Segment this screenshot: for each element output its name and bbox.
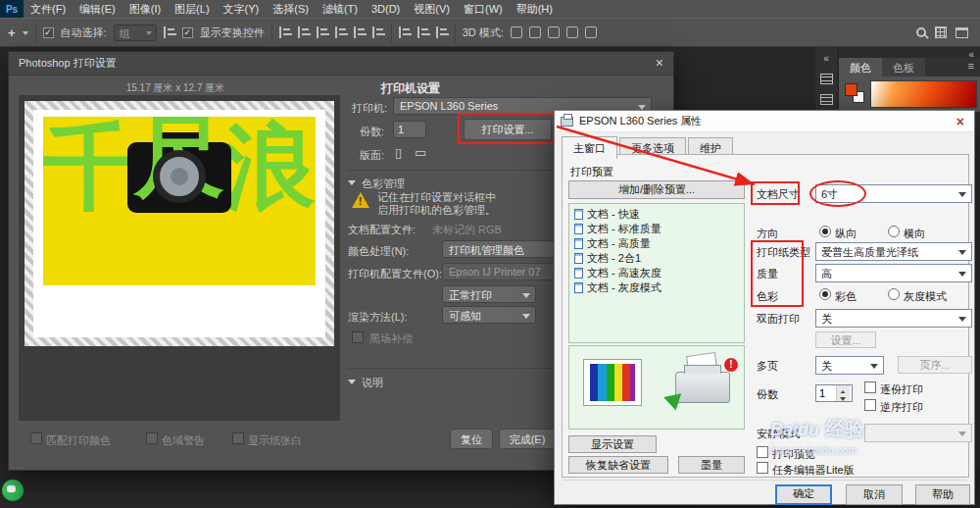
menu-file[interactable]: 文件(F)	[24, 0, 73, 18]
paper-type-dropdown[interactable]: 爱普生高质量光泽纸	[815, 242, 972, 261]
3d-mode-icon[interactable]	[548, 26, 560, 38]
multipage-dropdown[interactable]: 关	[815, 356, 884, 375]
menu-select[interactable]: 选择(S)	[266, 0, 316, 18]
color-management-header[interactable]: 色彩管理	[348, 177, 405, 191]
menu-image[interactable]: 图像(I)	[122, 0, 168, 18]
close-icon[interactable]: ×	[953, 114, 968, 129]
print-preview-area: 千 浪 尺	[19, 95, 340, 421]
search-icon[interactable]	[916, 27, 926, 37]
layout-landscape-icon[interactable]: ▭	[415, 145, 426, 160]
panel-dock-icon[interactable]	[820, 94, 833, 105]
done-button[interactable]: 完成(E)	[499, 429, 556, 449]
3d-mode-icon[interactable]	[529, 26, 541, 38]
paper-white-checkbox[interactable]	[232, 432, 244, 444]
color-picker-gradient[interactable]	[870, 80, 977, 108]
layout-portrait-icon[interactable]: ▯	[395, 145, 402, 160]
document-icon	[574, 224, 583, 234]
ink-levels-button[interactable]: 墨量	[678, 456, 745, 474]
taskbar-app-icon[interactable]	[2, 480, 24, 501]
print-mode-dropdown[interactable]: 正常打印	[442, 285, 536, 303]
copies-spinner-input[interactable]	[816, 385, 836, 401]
page-order-button[interactable]: 页序...	[898, 356, 972, 374]
show-transform-checkbox[interactable]: ✓	[182, 27, 193, 38]
align-left-icon[interactable]	[279, 26, 291, 38]
black-point-checkbox[interactable]	[352, 331, 364, 343]
reset-button[interactable]: 复位	[450, 429, 493, 449]
tab-main[interactable]: 主窗口	[562, 136, 617, 159]
preset-item[interactable]: 文档 - 灰度模式	[571, 280, 742, 295]
menu-3d[interactable]: 3D(D)	[365, 0, 407, 18]
reverse-order-checkbox[interactable]	[864, 399, 876, 411]
duplex-dropdown[interactable]: 关	[815, 309, 972, 328]
foreground-color-swatch[interactable]	[845, 83, 858, 96]
preset-item[interactable]: 文档 - 高质量	[571, 236, 742, 251]
auto-select-target-dropdown[interactable]: 组	[114, 25, 157, 41]
preset-item[interactable]: 文档 - 2合1	[571, 251, 742, 266]
preset-item[interactable]: 文档 - 高速灰度	[571, 266, 742, 280]
preset-item[interactable]: 文档 - 快速	[571, 207, 742, 222]
copies-spinner[interactable]	[815, 384, 853, 402]
restore-defaults-button[interactable]: 恢复缺省设置	[568, 456, 668, 474]
foreground-background-swatch[interactable]	[845, 83, 864, 103]
spinner-up-icon[interactable]	[837, 385, 850, 393]
align-middle-icon[interactable]	[354, 26, 366, 38]
collapse-panels-icon[interactable]: «	[823, 53, 829, 64]
document-size-dropdown[interactable]: 6寸	[815, 184, 972, 203]
ok-button[interactable]: 确定	[775, 484, 832, 505]
align-top-icon[interactable]	[335, 26, 347, 38]
gamut-warning-checkbox[interactable]	[146, 432, 158, 444]
quality-dropdown[interactable]: 高	[815, 264, 972, 282]
close-icon[interactable]: ×	[656, 55, 663, 71]
workspace-switcher-icon[interactable]	[956, 27, 968, 38]
preset-item[interactable]: 文档 - 标准质量	[571, 222, 742, 236]
dialog-titlebar[interactable]: Photoshop 打印设置	[9, 52, 673, 76]
print-settings-button[interactable]: 打印设置...	[464, 119, 552, 140]
3d-mode-icon[interactable]	[511, 26, 522, 38]
spinner-down-icon[interactable]	[837, 393, 850, 401]
menu-edit[interactable]: 编辑(E)	[73, 0, 122, 18]
landscape-radio[interactable]	[888, 226, 900, 237]
copies-input[interactable]	[393, 121, 426, 138]
tool-preset-chevron-icon[interactable]	[23, 31, 28, 38]
tab-swatches[interactable]: 色板	[882, 58, 925, 76]
3d-mode-icon[interactable]	[566, 26, 578, 38]
distribute-top-icon[interactable]	[399, 26, 411, 38]
menu-type[interactable]: 文字(Y)	[217, 0, 267, 18]
cancel-button[interactable]: 取消	[846, 484, 903, 505]
add-remove-presets-button[interactable]: 增加/删除预置...	[568, 180, 745, 199]
menu-window[interactable]: 窗口(W)	[457, 0, 510, 18]
print-preview-checkbox[interactable]	[757, 446, 768, 458]
menu-layer[interactable]: 图层(L)	[168, 0, 216, 18]
align-bottom-icon[interactable]	[372, 26, 384, 38]
duplex-settings-button[interactable]: 设置...	[815, 331, 876, 348]
panel-dock-icon[interactable]	[820, 74, 833, 84]
3d-mode-icon[interactable]	[585, 26, 597, 38]
dialog-titlebar[interactable]: EPSON L360 Series 属性 ×	[555, 111, 974, 132]
job-arranger-checkbox[interactable]	[757, 462, 768, 474]
collate-checkbox[interactable]	[864, 381, 876, 393]
help-button[interactable]: 帮助	[915, 484, 970, 505]
distribute-bottom-icon[interactable]	[436, 26, 448, 38]
transform-icon[interactable]	[164, 26, 175, 38]
menu-view[interactable]: 视图(V)	[407, 0, 457, 18]
quiet-mode-dropdown[interactable]	[864, 424, 972, 442]
workspace-grid-icon[interactable]	[935, 26, 947, 38]
align-center-icon[interactable]	[298, 26, 310, 38]
auto-select-checkbox[interactable]: ✓	[43, 27, 54, 38]
move-tool-icon[interactable]: +	[8, 25, 16, 40]
portrait-radio[interactable]	[819, 226, 831, 237]
align-right-icon[interactable]	[317, 26, 328, 38]
match-print-colors-checkbox[interactable]	[30, 432, 42, 444]
camera-lens-icon	[153, 150, 206, 203]
panel-menu-icon[interactable]: ≡	[962, 58, 980, 76]
distribute-middle-icon[interactable]	[417, 26, 429, 38]
menu-filter[interactable]: 滤镜(T)	[316, 0, 365, 18]
grayscale-radio[interactable]	[888, 288, 900, 300]
rendering-intent-dropdown[interactable]: 可感知	[442, 306, 536, 324]
tab-color[interactable]: 颜色	[839, 58, 882, 76]
description-header[interactable]: 说明	[348, 376, 383, 390]
color-radio[interactable]	[819, 288, 831, 300]
menu-help[interactable]: 帮助(H)	[510, 0, 560, 18]
show-settings-button[interactable]: 显示设置	[568, 435, 657, 453]
check-icon: ✓	[44, 28, 52, 37]
